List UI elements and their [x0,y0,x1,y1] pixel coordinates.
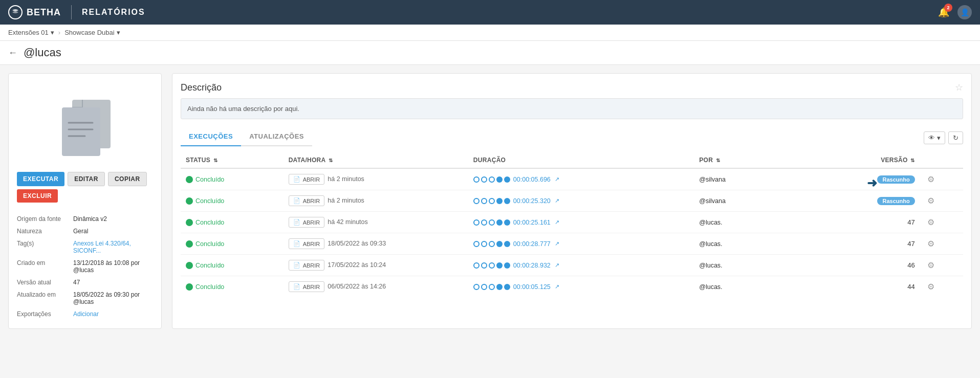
back-button[interactable]: ← [8,48,17,58]
status-concluido: Concluído [186,262,278,269]
favorite-icon[interactable]: ☆ [955,82,963,93]
cell-datetime: 📄 ABRIR18/05/2022 às 09:33 [284,233,468,255]
progress-dot-5 [504,241,510,247]
row-gear-button[interactable]: ⚙ [925,259,937,271]
header-title: RELATÓRIOS [82,8,145,17]
header-right: 🔔 2 👤 [938,5,972,19]
progress-dot-1 [473,284,480,290]
row-gear-button[interactable]: ⚙ [925,195,937,207]
external-link-icon[interactable]: ↗ [555,262,559,269]
progress-dot-2 [481,262,487,269]
breadcrumb-showcase-label: Showcase Dubai [64,29,115,36]
meta-tags-label: Tag(s) [17,237,73,257]
table-row: Concluído📄 ABRIR17/05/2022 às 10:24 00:0… [181,255,963,276]
executions-table: STATUS ⇅ DATA/HORA ⇅ DURAÇÃO POR ⇅ [181,152,963,297]
sort-status-icon: ⇅ [213,158,217,163]
cell-por: @silvana [694,168,797,190]
open-button[interactable]: 📄 ABRIR [289,195,325,206]
meta-tags: Tag(s) Anexos Lei 4.320/64, SICONF... [17,237,153,257]
cell-por: @lucas. [694,212,797,233]
view-toggle-button[interactable]: 👁 ▾ [924,131,945,144]
refresh-icon: ↻ [953,134,959,142]
delete-button[interactable]: EXCLUIR [17,189,58,203]
progress-dot-2 [481,219,487,226]
refresh-button[interactable]: ↻ [948,131,963,144]
cell-status: Concluído [181,255,284,276]
notification-badge: 2 [944,4,952,12]
table-row: Concluído📄 ABRIR06/05/2022 às 14:26 00:0… [181,276,963,298]
status-concluido: Concluído [186,176,278,183]
external-link-icon[interactable]: ↗ [555,176,559,183]
meta-version-label: Versão atual [17,276,73,288]
progress-dot-1 [473,262,480,269]
tab-execucoes[interactable]: EXECUÇÕES [181,127,241,146]
cell-actions: ⚙ [920,233,963,255]
cell-duration: 00:00:05.696 ↗ [468,168,694,190]
table-row: Concluído📄 ABRIRhá 2 minutos 00:00:05.69… [181,168,963,190]
file-icon: 📄 [293,176,300,183]
progress-dot-4 [496,219,503,226]
status-dot-icon [186,219,193,226]
file-icon: 📄 [293,262,300,269]
open-button[interactable]: 📄 ABRIR [289,174,325,185]
breadcrumb-showcase[interactable]: Showcase Dubai ▾ [64,29,120,36]
action-buttons: EXECUTAR EDITAR COPIAR EXCLUIR [17,172,153,203]
svg-rect-2 [62,107,100,156]
left-panel: EXECUTAR EDITAR COPIAR EXCLUIR Origem da… [8,73,162,329]
logo: BETHA [8,5,61,19]
row-gear-button[interactable]: ⚙ [925,238,937,250]
file-icon: 📄 [293,240,300,247]
cell-duration: 00:00:28.777 ↗ [468,233,694,255]
tab-atualizacoes[interactable]: ATUALIZAÇÕES [241,127,312,146]
por-text: @silvana [699,197,726,205]
progress-dot-2 [481,198,487,204]
por-text: @silvana [699,176,726,183]
open-button[interactable]: 📄 ABRIR [289,260,325,271]
notification-bell[interactable]: 🔔 2 [938,7,949,18]
main-content: EXECUTAR EDITAR COPIAR EXCLUIR Origem da… [0,65,980,337]
cell-versao: 47 [797,233,920,255]
progress-dot-2 [481,241,487,247]
row-gear-button[interactable]: ⚙ [925,216,937,228]
progress-dot-5 [504,219,510,226]
open-button[interactable]: 📄 ABRIR [289,238,325,249]
cell-actions: ⚙ [920,276,963,298]
user-avatar[interactable]: 👤 [957,5,972,19]
meta-created: Criado em 13/12/2018 às 10:08 por @lucas [17,257,153,276]
sort-por-icon: ⇅ [716,158,720,163]
external-link-icon[interactable]: ↗ [555,240,559,247]
progress-dot-1 [473,219,480,226]
status-dot-icon [186,176,193,183]
progress-dot-3 [489,262,495,269]
duration-text: 00:00:28.777 [513,240,551,248]
meta-exports-label: Exportações [17,308,73,320]
duration-text: 00:00:28.932 [513,262,551,269]
meta-tags-link[interactable]: Anexos Lei 4.320/64, SICONF... [73,240,131,254]
cell-datetime: 📄 ABRIRhá 42 minutos [284,212,468,233]
status-concluido: Concluído [186,240,278,248]
row-gear-button[interactable]: ⚙ [925,173,937,185]
open-button[interactable]: 📄 ABRIR [289,281,325,292]
version-badge: Rascunho [877,197,914,205]
edit-button[interactable]: EDITAR [68,172,105,186]
progress-dot-4 [496,241,503,247]
progress-dot-3 [489,219,495,226]
external-link-icon[interactable]: ↗ [555,197,559,204]
execute-button[interactable]: EXECUTAR [17,172,64,186]
external-link-icon[interactable]: ↗ [555,283,559,290]
section-header: Descrição ☆ [181,82,963,93]
progress-dot-4 [496,262,503,269]
breadcrumb-extensoes[interactable]: Extensões 01 ▾ [8,29,54,36]
page-header: ← @lucas [0,41,980,65]
copy-button[interactable]: COPIAR [108,172,147,186]
external-link-icon[interactable]: ↗ [555,219,559,226]
open-button[interactable]: 📄 ABRIR [289,217,325,228]
progress-dot-5 [504,284,510,290]
meta-exports-link[interactable]: Adicionar [73,310,99,318]
description-text: Ainda não há uma descrição por aqui. [187,105,299,113]
datetime-text: 06/05/2022 às 14:26 [328,283,386,290]
cell-status: Concluído [181,168,284,190]
logo-icon [8,5,23,19]
cell-status: Concluído [181,212,284,233]
row-gear-button[interactable]: ⚙ [925,281,937,293]
